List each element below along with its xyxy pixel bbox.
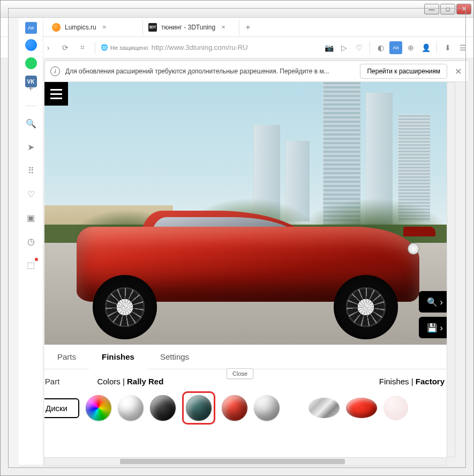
current-color-name: Rally Red bbox=[127, 377, 163, 386]
window-left-gutter bbox=[8, 18, 19, 468]
car-render: 3DT bbox=[55, 211, 441, 334]
color-silver-swatch[interactable] bbox=[254, 395, 280, 421]
favicon-lumpics-icon bbox=[52, 23, 61, 32]
translate-icon[interactable]: Aя bbox=[389, 41, 402, 54]
car-viewport[interactable]: 3DT 🔍 › 💾 › bbox=[44, 82, 455, 345]
color-teal-swatch[interactable] bbox=[186, 395, 212, 421]
translate-sidebar-icon[interactable]: Aя bbox=[25, 22, 37, 34]
selected-part-label: ed Part bbox=[44, 377, 59, 386]
security-indicator[interactable]: 🌐 Не защищено bbox=[101, 44, 148, 51]
vertical-scrollbar[interactable] bbox=[447, 82, 455, 457]
save-button[interactable]: 💾 › bbox=[419, 317, 451, 338]
browser-sidebar: Aя VK + 🔍 ➤ ⠿ ♡ ▣ ◷ ⬚ bbox=[19, 18, 43, 465]
menu-hamburger-button[interactable] bbox=[44, 82, 68, 106]
speed-dial-button[interactable]: ⌗ bbox=[76, 41, 89, 55]
bottom-panel: Parts Finishes Settings Close ed Part Co… bbox=[44, 345, 455, 457]
selected-swatch-highlight bbox=[182, 391, 215, 425]
color-swatch-row: Диски bbox=[44, 389, 455, 427]
globe-ext-icon[interactable]: ⊕ bbox=[404, 41, 417, 54]
color-picker-swatch[interactable] bbox=[86, 395, 111, 421]
tab-close-icon[interactable]: × bbox=[220, 24, 227, 31]
browser-tab-bar: Lumpics.ru × 3DT тюнинг - 3DTuning × + bbox=[1, 18, 473, 37]
finish-candy-swatch[interactable] bbox=[346, 398, 377, 418]
tab-settings[interactable]: Settings bbox=[147, 345, 202, 369]
notification-close-icon[interactable]: ✕ bbox=[453, 66, 463, 77]
sidebar-add-button[interactable]: + bbox=[25, 82, 37, 95]
browser-tab-lumpics[interactable]: Lumpics.ru × bbox=[47, 19, 143, 35]
window-close-button[interactable]: ✕ bbox=[456, 4, 471, 14]
sidebar-apps-icon[interactable]: ⠿ bbox=[25, 164, 37, 177]
browser-tab-3dtuning[interactable]: 3DT тюнинг - 3DTuning × bbox=[143, 19, 239, 35]
window-maximize-button[interactable]: □ bbox=[440, 4, 455, 14]
zoom-button[interactable]: 🔍 › bbox=[419, 291, 451, 313]
sidebar-heart-icon[interactable]: ♡ bbox=[25, 188, 37, 200]
close-tooltip: Close bbox=[227, 368, 253, 379]
heart-icon[interactable]: ♡ bbox=[352, 41, 365, 54]
page-content: 3DT 🔍 › 💾 › Parts Finishes Settings Clos… bbox=[44, 82, 455, 457]
tab-label: Lumpics.ru bbox=[65, 24, 96, 31]
tab-close-icon[interactable]: × bbox=[101, 24, 108, 31]
new-tab-button[interactable]: + bbox=[242, 21, 254, 34]
url-display[interactable]: http://www.3dtuning.com/ru-RU bbox=[152, 43, 248, 51]
tab-label: тюнинг - 3DTuning bbox=[161, 24, 215, 31]
extension-notification-bar: i Для обновления расширений требуются до… bbox=[44, 61, 469, 82]
finish-pearl-swatch[interactable] bbox=[383, 396, 408, 420]
colors-label: Colors | Rally Red bbox=[97, 377, 163, 386]
tab-finishes[interactable]: Finishes bbox=[89, 345, 147, 369]
nav-reload-button[interactable]: ⟳ bbox=[58, 41, 72, 55]
separator bbox=[26, 106, 36, 106]
horizontal-scrollbar[interactable] bbox=[44, 457, 447, 466]
separator bbox=[95, 42, 95, 54]
window-minimize-button[interactable]: — bbox=[424, 4, 439, 14]
separator bbox=[370, 42, 370, 54]
panel-tabs: Parts Finishes Settings bbox=[44, 345, 455, 369]
color-black-swatch[interactable] bbox=[150, 395, 176, 421]
whatsapp-icon[interactable] bbox=[25, 57, 37, 69]
messenger-icon[interactable] bbox=[25, 39, 37, 51]
favicon-3dt-icon: 3DT bbox=[148, 23, 157, 32]
info-icon: i bbox=[50, 66, 60, 76]
easy-setup-icon[interactable]: ☰ bbox=[456, 41, 469, 54]
tab-parts[interactable]: Parts bbox=[44, 345, 89, 369]
color-white-swatch[interactable] bbox=[118, 395, 144, 421]
color-red-swatch[interactable] bbox=[222, 395, 247, 421]
send-icon[interactable]: ▷ bbox=[337, 41, 350, 54]
sidebar-send-icon[interactable]: ➤ bbox=[25, 140, 37, 153]
sidebar-search-icon[interactable]: 🔍 bbox=[25, 117, 37, 130]
sidebar-history-icon[interactable]: ◷ bbox=[25, 235, 37, 248]
finish-chrome-swatch[interactable] bbox=[309, 398, 340, 418]
download-icon[interactable]: ⬇ bbox=[441, 41, 454, 54]
security-label: Не защищено bbox=[110, 44, 148, 51]
separator bbox=[437, 42, 437, 54]
sidebar-cube-icon[interactable]: ⬚ bbox=[25, 258, 37, 271]
profile-icon[interactable]: 👤 bbox=[419, 41, 432, 54]
window-titlebar: — □ ✕ bbox=[1, 1, 473, 18]
finishes-label: Finishes | Factory bbox=[379, 377, 445, 386]
notification-text: Для обновления расширений требуются допо… bbox=[65, 68, 329, 75]
scrollbar-thumb[interactable] bbox=[120, 459, 345, 464]
camera-icon[interactable]: 📷 bbox=[322, 41, 335, 54]
globe-icon: 🌐 bbox=[101, 44, 108, 51]
shield-icon[interactable]: ◐ bbox=[374, 41, 387, 54]
sidebar-news-icon[interactable]: ▣ bbox=[25, 211, 37, 224]
address-bar: ‹ › ⟳ ⌗ 🌐 Не защищено http://www.3dtunin… bbox=[1, 37, 473, 58]
part-wheels-button[interactable]: Диски bbox=[44, 398, 79, 418]
go-to-extensions-button[interactable]: Перейти к расширениям bbox=[360, 64, 447, 79]
current-finish-name: Factory bbox=[416, 377, 445, 386]
